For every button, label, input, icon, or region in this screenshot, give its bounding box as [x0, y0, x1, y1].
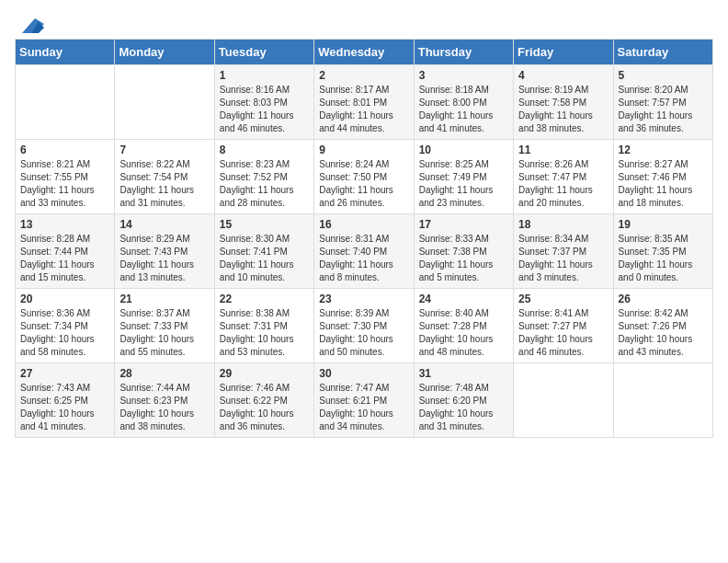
- day-number: 4: [518, 69, 608, 82]
- day-number: 19: [619, 218, 708, 231]
- day-cell: 25Sunrise: 8:41 AM Sunset: 7:27 PM Dayli…: [514, 289, 613, 363]
- logo-icon: [18, 15, 46, 35]
- day-cell: 20Sunrise: 8:36 AM Sunset: 7:34 PM Dayli…: [16, 289, 115, 363]
- day-number: 31: [419, 367, 508, 380]
- day-info: Sunrise: 8:30 AM Sunset: 7:41 PM Dayligh…: [220, 233, 309, 284]
- day-number: 20: [20, 293, 109, 305]
- day-number: 8: [220, 144, 309, 156]
- calendar: SundayMondayTuesdayWednesdayThursdayFrid…: [15, 39, 713, 438]
- day-info: Sunrise: 8:42 AM Sunset: 7:26 PM Dayligh…: [619, 307, 708, 359]
- week-row-2: 13Sunrise: 8:28 AM Sunset: 7:44 PM Dayli…: [16, 214, 713, 289]
- day-cell: 23Sunrise: 8:39 AM Sunset: 7:30 PM Dayli…: [314, 289, 414, 363]
- day-cell: 22Sunrise: 8:38 AM Sunset: 7:31 PM Dayli…: [214, 289, 313, 363]
- day-number: 29: [220, 367, 309, 380]
- header-monday: Monday: [115, 40, 214, 65]
- day-cell: 5Sunrise: 8:20 AM Sunset: 7:57 PM Daylig…: [613, 65, 712, 140]
- day-number: 9: [319, 144, 408, 156]
- day-cell: 6Sunrise: 8:21 AM Sunset: 7:55 PM Daylig…: [16, 140, 115, 214]
- day-cell: 31Sunrise: 7:48 AM Sunset: 6:20 PM Dayli…: [414, 363, 513, 438]
- day-cell: 18Sunrise: 8:34 AM Sunset: 7:37 PM Dayli…: [514, 214, 613, 289]
- day-info: Sunrise: 8:34 AM Sunset: 7:37 PM Dayligh…: [518, 233, 608, 284]
- day-cell: 1Sunrise: 8:16 AM Sunset: 8:03 PM Daylig…: [214, 65, 313, 140]
- day-cell: 8Sunrise: 8:23 AM Sunset: 7:52 PM Daylig…: [214, 140, 313, 214]
- day-info: Sunrise: 8:29 AM Sunset: 7:43 PM Dayligh…: [119, 233, 209, 284]
- day-cell: 27Sunrise: 7:43 AM Sunset: 6:25 PM Dayli…: [16, 363, 115, 438]
- day-cell: [16, 65, 115, 140]
- day-info: Sunrise: 8:35 AM Sunset: 7:35 PM Dayligh…: [619, 233, 708, 284]
- day-number: 21: [119, 293, 209, 305]
- header-wednesday: Wednesday: [314, 40, 414, 65]
- day-cell: [115, 65, 214, 140]
- day-info: Sunrise: 8:39 AM Sunset: 7:30 PM Dayligh…: [319, 307, 408, 359]
- day-cell: 12Sunrise: 8:27 AM Sunset: 7:46 PM Dayli…: [613, 140, 712, 214]
- day-number: 26: [619, 293, 708, 305]
- logo: [15, 15, 46, 31]
- day-number: 16: [319, 218, 408, 231]
- day-cell: 21Sunrise: 8:37 AM Sunset: 7:33 PM Dayli…: [115, 289, 214, 363]
- day-info: Sunrise: 8:28 AM Sunset: 7:44 PM Dayligh…: [20, 233, 109, 284]
- day-number: 15: [220, 218, 309, 231]
- day-info: Sunrise: 8:19 AM Sunset: 7:58 PM Dayligh…: [518, 84, 608, 135]
- day-info: Sunrise: 8:20 AM Sunset: 7:57 PM Dayligh…: [619, 84, 708, 135]
- day-info: Sunrise: 8:24 AM Sunset: 7:50 PM Dayligh…: [319, 158, 408, 210]
- day-number: 10: [419, 144, 508, 156]
- day-number: 11: [518, 144, 608, 156]
- week-row-3: 20Sunrise: 8:36 AM Sunset: 7:34 PM Dayli…: [16, 289, 713, 363]
- day-info: Sunrise: 8:17 AM Sunset: 8:01 PM Dayligh…: [319, 84, 408, 135]
- day-number: 5: [619, 69, 708, 82]
- day-number: 1: [220, 69, 309, 82]
- day-cell: 15Sunrise: 8:30 AM Sunset: 7:41 PM Dayli…: [214, 214, 313, 289]
- header: [15, 15, 713, 31]
- day-number: 3: [419, 69, 508, 82]
- day-info: Sunrise: 8:33 AM Sunset: 7:38 PM Dayligh…: [419, 233, 508, 284]
- day-info: Sunrise: 8:37 AM Sunset: 7:33 PM Dayligh…: [119, 307, 209, 359]
- day-info: Sunrise: 8:23 AM Sunset: 7:52 PM Dayligh…: [220, 158, 309, 210]
- day-info: Sunrise: 8:31 AM Sunset: 7:40 PM Dayligh…: [319, 233, 408, 284]
- day-cell: 28Sunrise: 7:44 AM Sunset: 6:23 PM Dayli…: [115, 363, 214, 438]
- header-tuesday: Tuesday: [214, 40, 313, 65]
- day-info: Sunrise: 7:46 AM Sunset: 6:22 PM Dayligh…: [220, 382, 309, 433]
- week-row-1: 6Sunrise: 8:21 AM Sunset: 7:55 PM Daylig…: [16, 140, 713, 214]
- day-cell: 16Sunrise: 8:31 AM Sunset: 7:40 PM Dayli…: [314, 214, 414, 289]
- day-number: 13: [20, 218, 109, 231]
- day-cell: 30Sunrise: 7:47 AM Sunset: 6:21 PM Dayli…: [314, 363, 414, 438]
- day-number: 18: [518, 218, 608, 231]
- day-number: 12: [619, 144, 708, 156]
- day-info: Sunrise: 8:41 AM Sunset: 7:27 PM Dayligh…: [518, 307, 608, 359]
- day-info: Sunrise: 8:40 AM Sunset: 7:28 PM Dayligh…: [419, 307, 508, 359]
- day-cell: 29Sunrise: 7:46 AM Sunset: 6:22 PM Dayli…: [214, 363, 313, 438]
- day-info: Sunrise: 8:26 AM Sunset: 7:47 PM Dayligh…: [518, 158, 608, 210]
- day-info: Sunrise: 8:16 AM Sunset: 8:03 PM Dayligh…: [220, 84, 309, 135]
- day-info: Sunrise: 8:25 AM Sunset: 7:49 PM Dayligh…: [419, 158, 508, 210]
- day-cell: 26Sunrise: 8:42 AM Sunset: 7:26 PM Dayli…: [613, 289, 712, 363]
- day-number: 25: [518, 293, 608, 305]
- day-cell: 4Sunrise: 8:19 AM Sunset: 7:58 PM Daylig…: [514, 65, 613, 140]
- day-cell: 9Sunrise: 8:24 AM Sunset: 7:50 PM Daylig…: [314, 140, 414, 214]
- day-number: 28: [119, 367, 209, 380]
- week-row-0: 1Sunrise: 8:16 AM Sunset: 8:03 PM Daylig…: [16, 65, 713, 140]
- calendar-header-row: SundayMondayTuesdayWednesdayThursdayFrid…: [16, 40, 713, 65]
- day-cell: 7Sunrise: 8:22 AM Sunset: 7:54 PM Daylig…: [115, 140, 214, 214]
- day-cell: 13Sunrise: 8:28 AM Sunset: 7:44 PM Dayli…: [16, 214, 115, 289]
- day-number: 23: [319, 293, 408, 305]
- day-info: Sunrise: 7:48 AM Sunset: 6:20 PM Dayligh…: [419, 382, 508, 433]
- day-info: Sunrise: 8:38 AM Sunset: 7:31 PM Dayligh…: [220, 307, 309, 359]
- day-cell: 2Sunrise: 8:17 AM Sunset: 8:01 PM Daylig…: [314, 65, 414, 140]
- day-info: Sunrise: 8:36 AM Sunset: 7:34 PM Dayligh…: [20, 307, 109, 359]
- day-cell: 17Sunrise: 8:33 AM Sunset: 7:38 PM Dayli…: [414, 214, 513, 289]
- day-cell: 3Sunrise: 8:18 AM Sunset: 8:00 PM Daylig…: [414, 65, 513, 140]
- header-friday: Friday: [514, 40, 613, 65]
- day-info: Sunrise: 7:47 AM Sunset: 6:21 PM Dayligh…: [319, 382, 408, 433]
- day-info: Sunrise: 8:27 AM Sunset: 7:46 PM Dayligh…: [619, 158, 708, 210]
- week-row-4: 27Sunrise: 7:43 AM Sunset: 6:25 PM Dayli…: [16, 363, 713, 438]
- day-number: 17: [419, 218, 508, 231]
- day-cell: 11Sunrise: 8:26 AM Sunset: 7:47 PM Dayli…: [514, 140, 613, 214]
- day-number: 6: [20, 144, 109, 156]
- day-cell: 10Sunrise: 8:25 AM Sunset: 7:49 PM Dayli…: [414, 140, 513, 214]
- day-cell: 24Sunrise: 8:40 AM Sunset: 7:28 PM Dayli…: [414, 289, 513, 363]
- day-cell: 14Sunrise: 8:29 AM Sunset: 7:43 PM Dayli…: [115, 214, 214, 289]
- day-info: Sunrise: 8:22 AM Sunset: 7:54 PM Dayligh…: [119, 158, 209, 210]
- day-number: 24: [419, 293, 508, 305]
- day-info: Sunrise: 8:18 AM Sunset: 8:00 PM Dayligh…: [419, 84, 508, 135]
- day-number: 22: [220, 293, 309, 305]
